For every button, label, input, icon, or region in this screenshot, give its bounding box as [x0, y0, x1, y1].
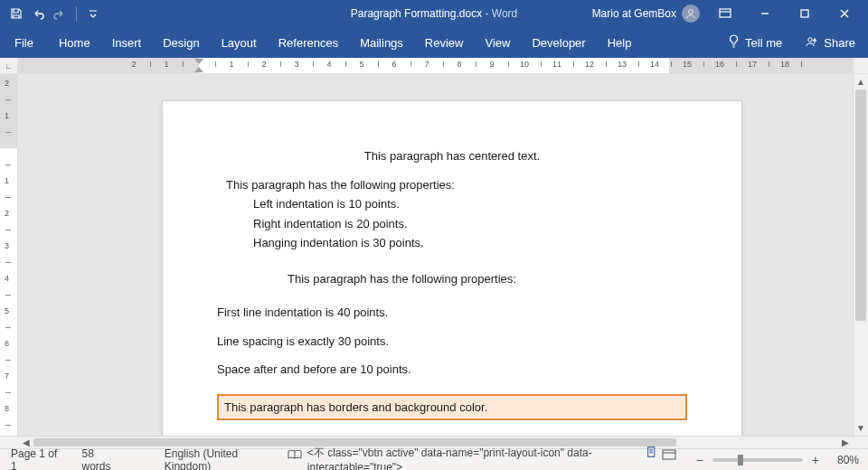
paragraph-property-item[interactable]: Right indentation is 20 points.	[253, 216, 687, 232]
status-page[interactable]: Page 1 of 1	[0, 447, 71, 471]
ribbon-tabs: File HomeInsertDesignLayoutReferencesMai…	[0, 27, 868, 58]
svg-rect-1	[720, 9, 731, 17]
paragraph-property-item[interactable]: Hanging indentation is 30 points.	[253, 235, 687, 251]
paragraph-line-spacing[interactable]: Line spacing is exactly 30 points.	[217, 334, 687, 350]
horizontal-ruler[interactable]: 21123456789101112131415161718	[18, 58, 854, 73]
tab-selector[interactable]: ∟	[0, 58, 18, 73]
document-area[interactable]: This paragraph has centered text. This p…	[18, 74, 853, 436]
share-button[interactable]: Share	[793, 35, 868, 51]
zoom-slider-knob[interactable]	[738, 455, 743, 465]
word-window: Paragraph Formatting.docx - Word Mario a…	[0, 0, 868, 470]
scroll-right-icon[interactable]: ▶	[837, 437, 853, 448]
paragraph-space-before-after[interactable]: Space after and before are 10 points.	[217, 362, 687, 378]
horizontal-scrollbar[interactable]: ◀ ▶	[0, 436, 868, 448]
proofing-icon[interactable]	[132, 453, 154, 467]
tab-layout[interactable]: Layout	[211, 27, 268, 58]
minimize-button[interactable]	[745, 0, 785, 27]
ribbon-display-options-icon[interactable]	[705, 0, 745, 27]
hscroll-track[interactable]	[33, 437, 837, 448]
horizontal-ruler-row: ∟ 21123456789101112131415161718	[0, 58, 868, 74]
tell-me-label: Tell me	[745, 36, 782, 50]
tab-mailings[interactable]: Mailings	[349, 27, 414, 58]
tab-help[interactable]: Help	[597, 27, 643, 58]
tell-me[interactable]: Tell me	[717, 34, 793, 52]
svg-rect-5	[648, 447, 655, 457]
close-button[interactable]	[825, 0, 864, 27]
zoom-slider[interactable]	[712, 458, 803, 462]
undo-icon[interactable]	[31, 6, 45, 21]
page[interactable]: This paragraph has centered text. This p…	[163, 101, 741, 436]
svg-point-0	[689, 10, 693, 14]
tab-review[interactable]: Review	[414, 27, 475, 58]
tab-file[interactable]: File	[0, 27, 48, 58]
maximize-button[interactable]	[785, 0, 825, 27]
status-bar: Page 1 of 1 58 words English (United Kin…	[0, 448, 868, 470]
vertical-ruler[interactable]: 2112345678	[0, 74, 18, 436]
save-icon[interactable]	[9, 6, 24, 21]
paragraph-properties-heading-2[interactable]: This paragraph has the following propert…	[288, 271, 687, 287]
paragraph-bordered[interactable]: This paragraph has borders and backgroun…	[217, 394, 687, 421]
user-name: Mario at GemBox	[592, 7, 676, 20]
redo-icon[interactable]	[52, 6, 67, 21]
zoom-out-button[interactable]: −	[694, 453, 705, 467]
hruler-scroll-pad	[854, 58, 868, 73]
status-word-count[interactable]: 58 words	[71, 447, 132, 471]
window-controls	[705, 0, 864, 27]
share-label: Share	[824, 36, 855, 50]
share-icon	[806, 35, 818, 51]
view-buttons: <不 class="vbtn active" data-name="print-…	[285, 446, 685, 470]
lightbulb-icon	[728, 34, 740, 52]
qat-separator	[76, 6, 77, 21]
svg-rect-6	[663, 450, 675, 459]
document-name: Paragraph Formatting.docx	[351, 7, 482, 20]
svg-point-3	[808, 37, 812, 41]
workspace: 2112345678 This paragraph has centered t…	[0, 74, 868, 436]
tab-view[interactable]: View	[474, 27, 521, 58]
scroll-down-icon[interactable]: ▼	[854, 420, 868, 436]
svg-rect-2	[801, 10, 808, 17]
paragraph-property-item[interactable]: Left indentation is 10 points.	[253, 196, 687, 212]
vscroll-thumb[interactable]	[855, 89, 866, 321]
tab-developer[interactable]: Developer	[521, 27, 596, 58]
app-name: Word	[492, 7, 517, 20]
quick-access-toolbar	[0, 6, 100, 21]
status-language[interactable]: English (United Kingdom)	[154, 447, 285, 471]
title-right: Mario at GemBox	[592, 0, 868, 27]
scroll-up-icon[interactable]: ▲	[854, 74, 868, 89]
hscroll-thumb[interactable]	[33, 438, 676, 446]
zoom-level[interactable]: 80%	[828, 454, 859, 466]
read-mode-icon[interactable]	[285, 446, 306, 464]
web-layout-icon[interactable]	[658, 446, 679, 464]
zoom-controls: − + 80%	[685, 453, 868, 467]
tab-references[interactable]: References	[268, 27, 349, 58]
tab-insert[interactable]: Insert	[101, 27, 153, 58]
zoom-in-button[interactable]: +	[810, 453, 821, 467]
vscroll-track[interactable]	[854, 89, 868, 420]
title-separator: -	[482, 7, 492, 20]
tab-home[interactable]: Home	[48, 27, 101, 58]
paragraph-firstline-indent[interactable]: First line indentation is 40 points.	[217, 305, 687, 321]
paragraph-properties-heading[interactable]: This paragraph has the following propert…	[226, 177, 687, 193]
vertical-scrollbar[interactable]: ▲ ▼	[853, 74, 868, 436]
tab-design[interactable]: Design	[152, 27, 210, 58]
customize-qat-icon[interactable]	[86, 6, 100, 21]
paragraph-centered[interactable]: This paragraph has centered text.	[217, 148, 687, 164]
user-avatar-icon[interactable]	[682, 5, 700, 23]
title-bar: Paragraph Formatting.docx - Word Mario a…	[0, 0, 868, 27]
